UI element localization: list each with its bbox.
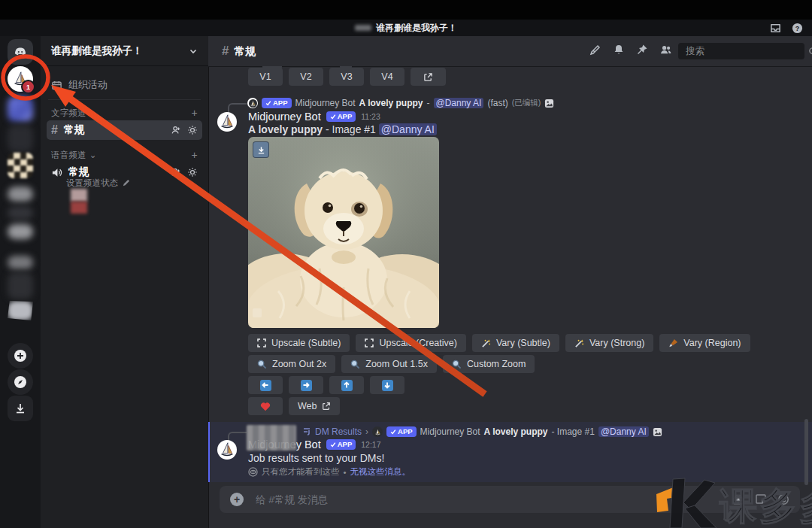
invite-people-icon[interactable] — [171, 167, 181, 178]
help-icon[interactable]: ? — [792, 23, 803, 34]
edited-label: (已编辑) — [512, 98, 541, 108]
v2-button[interactable]: V2 — [289, 68, 323, 86]
channel-settings-gear-icon[interactable] — [187, 167, 198, 178]
bell-icon[interactable] — [613, 44, 625, 56]
watermark: 课多多 — [650, 472, 812, 528]
mention-pill[interactable]: @Danny AI — [379, 123, 437, 135]
members-icon[interactable] — [659, 44, 672, 56]
midjourney-server-button[interactable]: 1 — [8, 66, 33, 92]
thread-name[interactable]: DM Results — [315, 426, 362, 437]
blurred-server-icon[interactable] — [8, 153, 33, 178]
blurred-server-icon[interactable] — [8, 224, 33, 239]
message-avatar[interactable] — [217, 440, 237, 460]
v4-button[interactable]: V4 — [370, 68, 404, 86]
message2-reply-bar[interactable]: DM Results › APP Midjourney Bot A lovely… — [302, 426, 662, 437]
category-text-channels[interactable]: 文字频道 + — [51, 107, 198, 119]
app-badge: APP — [326, 439, 356, 449]
image-attachment-icon — [544, 99, 554, 108]
puppy-image[interactable] — [248, 137, 439, 328]
magnifier-icon — [350, 360, 360, 369]
image-download-button[interactable] — [253, 141, 269, 158]
blurred-server-icon[interactable] — [8, 206, 33, 220]
blurred-server-icon[interactable] — [8, 187, 33, 202]
channel-settings-gear-icon[interactable] — [187, 125, 198, 135]
arrow-right-icon — [301, 380, 312, 391]
download-apps-button[interactable] — [8, 396, 33, 421]
add-channel-icon[interactable]: + — [192, 149, 198, 161]
blurred-server-icon[interactable] — [8, 125, 33, 152]
external-link-icon — [322, 402, 331, 411]
download-icon — [257, 146, 265, 154]
explore-servers-button[interactable] — [8, 369, 33, 395]
blurred-server-icon[interactable] — [8, 301, 33, 320]
channel-item-general[interactable]: # 常规 — [47, 120, 202, 140]
button-label: Web — [298, 401, 317, 411]
button-label: V4 — [381, 71, 392, 82]
inbox-icon[interactable] — [770, 23, 781, 34]
message1-reply-bar[interactable]: APP Midjourney Bot A lovely puppy - @Dan… — [247, 98, 554, 108]
thread-icon — [302, 427, 311, 436]
voice-status-row[interactable]: 设置频道状态 — [66, 178, 130, 189]
threads-icon[interactable] — [589, 44, 601, 56]
pan-left-button[interactable] — [248, 376, 283, 394]
events-row[interactable]: 组织活动 — [51, 75, 198, 95]
heart-button[interactable] — [248, 397, 283, 415]
server-header[interactable]: 谁再删谁是我孙子！ — [41, 36, 208, 66]
blurred-server-icon[interactable] — [8, 272, 33, 299]
custom-zoom-button[interactable]: Custom Zoom — [443, 355, 535, 373]
reply-author: Midjourney Bot — [420, 426, 480, 437]
mention-pill[interactable]: @Danny AI — [434, 98, 484, 108]
blurred-server-icon[interactable] — [8, 256, 33, 269]
upscale-subtle-button[interactable]: Upscale (Subtle) — [248, 334, 350, 352]
attach-plus-icon[interactable]: + — [230, 493, 244, 506]
vary-strong-button[interactable]: Vary (Strong) — [565, 334, 653, 352]
blurred-user-block — [71, 202, 87, 214]
sailboat-icon — [249, 99, 257, 108]
discord-home-button[interactable] — [8, 39, 33, 65]
author-name[interactable]: Midjourney Bot — [248, 111, 321, 123]
pan-up-button[interactable] — [329, 376, 364, 394]
message1-content: A lovely puppy - Image #1 @Danny AI — [248, 123, 437, 135]
watermark-text: 课多多 — [719, 485, 812, 527]
pin-icon[interactable] — [636, 44, 648, 56]
blurred-server-icon[interactable] — [8, 96, 33, 122]
channel-name: 常规 — [64, 123, 84, 137]
button-label: V3 — [341, 71, 352, 82]
upscale-creative-button[interactable]: Upscale (Creative) — [356, 334, 466, 352]
v3-button[interactable]: V3 — [329, 68, 364, 86]
invite-people-icon[interactable] — [171, 125, 181, 135]
vary-subtle-button[interactable]: Vary (Subtle) — [472, 334, 559, 352]
magic-wand-icon — [574, 338, 584, 348]
heart-icon — [260, 402, 271, 411]
check-icon — [390, 429, 396, 435]
search-icon — [808, 47, 812, 56]
button-label: Vary (Strong) — [589, 338, 644, 348]
variation-button-row: V1 V2 V3 V4 — [248, 68, 446, 86]
compass-icon — [14, 375, 27, 389]
button-label: Custom Zoom — [467, 359, 526, 369]
web-button[interactable]: Web — [289, 397, 340, 415]
check-icon — [265, 100, 271, 106]
add-channel-icon[interactable]: + — [192, 107, 198, 119]
dismiss-message-link[interactable]: 无视这些消息。 — [350, 466, 411, 478]
image-attachment-icon — [653, 427, 662, 437]
message-avatar[interactable] — [217, 112, 237, 132]
ephemeral-text: 只有您才能看到这些 — [262, 466, 340, 478]
app-badge-label: APP — [338, 440, 353, 448]
pan-right-button[interactable] — [289, 376, 323, 394]
search-input[interactable] — [684, 45, 808, 57]
open-external-button[interactable] — [411, 68, 446, 86]
pan-down-button[interactable] — [370, 376, 404, 394]
search-box[interactable] — [678, 43, 804, 59]
upscale-icon — [365, 338, 374, 347]
content-rest: - Image #1 — [326, 123, 376, 135]
vary-region-button[interactable]: Vary (Region) — [659, 334, 750, 352]
category-voice-channels[interactable]: 语音频道 ⌄ + — [51, 149, 198, 161]
zoom-out-2x-button[interactable]: Zoom Out 2x — [248, 355, 335, 373]
calendar-icon — [51, 80, 62, 91]
mention-pill[interactable]: @Danny AI — [598, 426, 649, 437]
zoom-out-15x-button[interactable]: Zoom Out 1.5x — [341, 355, 437, 373]
add-server-button[interactable] — [8, 343, 33, 369]
v1-button[interactable]: V1 — [248, 68, 283, 86]
message1-header: Midjourney Bot APP 11:23 — [248, 111, 380, 123]
